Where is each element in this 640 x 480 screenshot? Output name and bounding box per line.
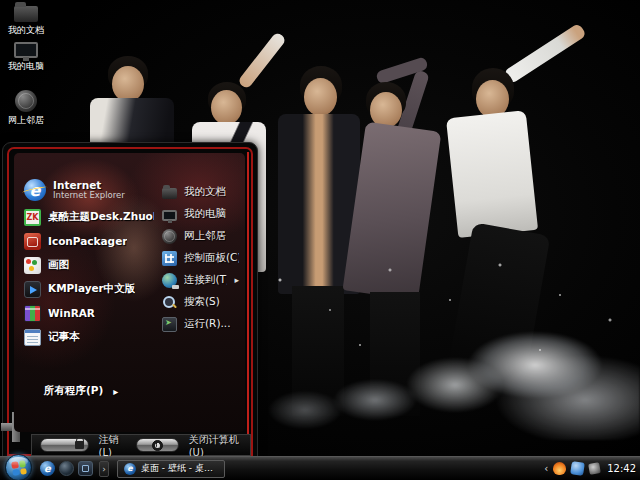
start-menu-pinned-column: e Internet Internet Explorer 桌酷主题Desk.Zh… bbox=[22, 175, 156, 349]
globe-quicklaunch-icon[interactable] bbox=[59, 461, 74, 476]
start-menu: e Internet Internet Explorer 桌酷主题Desk.Zh… bbox=[2, 142, 258, 457]
ie-quicklaunch-icon[interactable]: e bbox=[40, 461, 55, 476]
desktop-icon-my-documents[interactable]: 我的文档 bbox=[4, 2, 48, 37]
menu-item-label: 运行(R)... bbox=[184, 317, 231, 331]
start-menu-footer: 注销(L) 关闭计算机(U) bbox=[31, 434, 251, 456]
documents-icon bbox=[162, 188, 177, 199]
menu-item-label: 控制面板(C) bbox=[184, 251, 239, 265]
notepad-icon bbox=[24, 329, 41, 346]
menu-item-label: IconPackager bbox=[48, 235, 127, 247]
start-menu-red-accent bbox=[247, 152, 249, 436]
menu-item-control-panel[interactable]: 控制面板(C) bbox=[160, 247, 241, 269]
menu-item-label: WinRAR bbox=[48, 307, 95, 319]
volume-tray-icon[interactable] bbox=[588, 462, 601, 475]
desktop-icon-my-computer[interactable]: 我的电脑 bbox=[4, 42, 48, 73]
start-menu-body: e Internet Internet Explorer 桌酷主题Desk.Zh… bbox=[14, 153, 245, 432]
menu-item-label: 记事本 bbox=[48, 330, 80, 344]
shutdown-label[interactable]: 关闭计算机(U) bbox=[189, 433, 242, 458]
control-panel-icon bbox=[162, 251, 177, 266]
connect-icon bbox=[162, 273, 177, 288]
tray-collapse-chevron[interactable]: ‹ bbox=[544, 463, 548, 474]
menu-item-my-network[interactable]: 网上邻居 bbox=[160, 225, 241, 247]
menu-item-paint[interactable]: 画图 bbox=[22, 253, 156, 277]
winrar-icon bbox=[24, 305, 41, 322]
all-programs-arrow-icon: ▸ bbox=[113, 386, 118, 397]
submenu-arrow-icon: ▸ bbox=[234, 275, 239, 285]
network-globe-icon bbox=[15, 90, 37, 112]
menu-item-internet[interactable]: e Internet Internet Explorer bbox=[22, 175, 156, 205]
system-tray: ‹ 12:42 bbox=[538, 457, 636, 480]
menu-item-label: 我的文档 bbox=[184, 185, 226, 199]
power-icon bbox=[152, 440, 163, 451]
quick-launch-bar: e › bbox=[40, 461, 109, 477]
desktop-icon-label: 我的电脑 bbox=[8, 60, 44, 73]
start-button[interactable] bbox=[5, 454, 32, 480]
taskbar-clock[interactable]: 12:42 bbox=[607, 463, 636, 474]
paint-icon bbox=[24, 257, 41, 274]
flame-tray-icon[interactable] bbox=[553, 462, 566, 475]
desktop-icon-label: 我的文档 bbox=[8, 24, 44, 37]
menu-item-label: KMPlayer中文版 bbox=[48, 282, 135, 296]
menu-item-iconpackager[interactable]: IconPackager bbox=[22, 229, 156, 253]
ie-icon: e bbox=[124, 463, 136, 475]
start-menu-places-column: 我的文档 我的电脑 网上邻居 控制面板(C) 连接到(T) ▸ bbox=[160, 181, 241, 335]
menu-item-kmplayer[interactable]: KMPlayer中文版 bbox=[22, 277, 156, 301]
my-computer-icon bbox=[14, 42, 38, 58]
desktop: 我的文档 我的电脑 网上邻居 e Internet Internet Explo… bbox=[0, 0, 640, 480]
menu-item-label: 桌酷主题Desk.ZhuoKu.Com bbox=[48, 210, 154, 224]
quicklaunch-expand-chevron[interactable]: › bbox=[99, 461, 109, 477]
menu-item-notepad[interactable]: 记事本 bbox=[22, 325, 156, 349]
desktop-icon-my-network[interactable]: 网上邻居 bbox=[4, 90, 48, 127]
zhuoku-theme-icon bbox=[24, 209, 41, 226]
lock-icon bbox=[75, 441, 84, 449]
run-icon bbox=[162, 317, 177, 332]
shutdown-button[interactable] bbox=[136, 438, 179, 452]
menu-item-label: 画图 bbox=[48, 258, 69, 272]
menu-item-zhuoku-theme[interactable]: 桌酷主题Desk.ZhuoKu.Com bbox=[22, 205, 156, 229]
menu-item-my-documents[interactable]: 我的文档 bbox=[160, 181, 241, 203]
logoff-label[interactable]: 注销(L) bbox=[99, 433, 126, 458]
taskbar-window-button[interactable]: e 桌面 - 壁纸 - 桌酷壁... bbox=[117, 460, 225, 478]
desktop-icon-label: 网上邻居 bbox=[8, 114, 44, 127]
kmplayer-icon bbox=[24, 281, 41, 298]
blue-app-tray-icon[interactable] bbox=[570, 461, 585, 476]
computer-icon bbox=[162, 210, 177, 221]
search-icon bbox=[162, 295, 177, 310]
logoff-button[interactable] bbox=[40, 438, 89, 452]
water-droplets bbox=[240, 250, 640, 430]
window-quicklaunch-icon[interactable] bbox=[78, 461, 93, 476]
ie-icon: e bbox=[24, 179, 46, 201]
menu-item-sublabel: Internet Explorer bbox=[53, 191, 125, 200]
menu-item-search[interactable]: 搜索(S) bbox=[160, 291, 241, 313]
menu-item-winrar[interactable]: WinRAR bbox=[22, 301, 156, 325]
menu-item-connect-to[interactable]: 连接到(T) ▸ bbox=[160, 269, 241, 291]
my-documents-icon bbox=[14, 6, 38, 22]
taskbar: e › e 桌面 - 壁纸 - 桌酷壁... ‹ 12:42 bbox=[0, 456, 640, 480]
network-icon bbox=[162, 229, 177, 244]
menu-item-label: 网上邻居 bbox=[184, 229, 226, 243]
menu-item-label: 我的电脑 bbox=[184, 207, 226, 221]
all-programs-button[interactable]: 所有程序(P) ▸ bbox=[44, 384, 118, 398]
all-programs-label: 所有程序(P) bbox=[44, 384, 103, 398]
menu-item-label: 搜索(S) bbox=[184, 295, 220, 309]
taskbar-window-button-label: 桌面 - 壁纸 - 桌酷壁... bbox=[141, 462, 218, 475]
menu-item-run[interactable]: 运行(R)... bbox=[160, 313, 241, 335]
menu-item-my-computer[interactable]: 我的电脑 bbox=[160, 203, 241, 225]
iconpackager-icon bbox=[24, 233, 41, 250]
windows-flag-icon bbox=[11, 460, 27, 476]
menu-item-label: 连接到(T) bbox=[184, 273, 227, 287]
